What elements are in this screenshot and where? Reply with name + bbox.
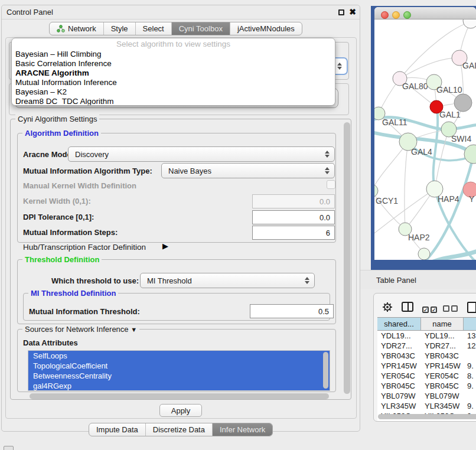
tab-style[interactable]: Style [104, 22, 136, 35]
bottom-tabbar: Impute Data Discretize Data Infer Networ… [89, 423, 273, 436]
attributes-vertical-scrollbar[interactable] [323, 352, 328, 389]
table-column-header[interactable]: A [464, 318, 476, 330]
table-cell[interactable]: YDR27... [421, 341, 464, 351]
zoom-window-icon[interactable] [403, 11, 411, 19]
table-cell[interactable]: YLR345W [377, 401, 421, 411]
apply-button[interactable]: Apply [159, 404, 202, 417]
dropdown-item[interactable]: Basic Correlation Inference [12, 59, 335, 69]
aracne-mode-combo[interactable]: Discovery [68, 146, 335, 162]
table-cell[interactable]: YER054C [421, 371, 464, 381]
table-cell[interactable]: YBL079W [421, 391, 464, 401]
table-cell[interactable]: 8. [464, 371, 476, 381]
network-node-label: GAL4 [411, 147, 432, 156]
dropdown-item[interactable]: Bayesian – Hill Climbing [12, 50, 335, 59]
table-row[interactable]: YDR27...YDR27...12 [377, 341, 476, 351]
network-node[interactable] [454, 94, 472, 112]
manual-kernel-checkbox[interactable] [327, 180, 335, 189]
dropdown-item[interactable]: Bayesian – K2 [12, 87, 335, 97]
network-node-label: GCY1 [376, 196, 398, 206]
table-cell[interactable]: YBR045C [377, 381, 421, 391]
combo-arrows-icon [305, 277, 309, 284]
table-cell[interactable]: YER054C [377, 371, 421, 381]
tab-cyni-toolbox[interactable]: Cyni Toolbox [172, 22, 230, 35]
table-row[interactable]: YER054CYER054C8. [377, 371, 476, 381]
tab-impute-data[interactable]: Impute Data [89, 423, 146, 436]
dropdown-item[interactable]: ARACNE Algorithm [12, 69, 335, 78]
table-row[interactable]: YBR045CYBR045C9. [377, 381, 476, 391]
table-panel-titlebar: Table Panel [360, 270, 476, 289]
mi-steps-input[interactable]: 6 [252, 226, 335, 240]
tab-infer-network[interactable]: Infer Network [213, 423, 272, 436]
collapse-arrow-icon[interactable]: ▼ [131, 326, 137, 333]
network-node[interactable] [418, 248, 430, 260]
dpi-tolerance-input[interactable]: 0.0 [252, 210, 335, 224]
table-cell[interactable]: YBR043C [377, 351, 421, 361]
aracne-mode-label: Aracne Mode: [23, 150, 74, 159]
table-cell[interactable] [464, 391, 476, 401]
tab-discretize-data[interactable]: Discretize Data [146, 423, 213, 436]
table-cell[interactable]: 9. [464, 381, 476, 391]
table-row[interactable]: YPR145WYPR145W9. [377, 361, 476, 371]
tab-network[interactable]: Network [50, 22, 104, 35]
table-column-header[interactable]: name [421, 318, 464, 330]
network-window-titlebar[interactable] [374, 7, 476, 19]
attribute-list-item[interactable]: TopologicalCoefficient [28, 361, 330, 371]
mi-type-value: Naive Bayes [168, 167, 211, 175]
attribute-list-item[interactable]: gal4RGexp [28, 381, 330, 391]
settings-horizontal-scrollbar[interactable] [30, 393, 329, 399]
table-cell[interactable]: YPR145W [421, 361, 464, 371]
network-edge[interactable] [431, 250, 476, 260]
sources-title-text: Sources for Network Inference [25, 325, 129, 334]
table-cell[interactable]: 9. [464, 361, 476, 371]
network-node[interactable] [374, 184, 378, 197]
table-cell[interactable]: 13 [464, 331, 476, 341]
kernel-width-input[interactable]: 0.0 [252, 194, 335, 208]
hub-definition-label: Hub/Transcription Factor Definition [23, 243, 146, 252]
attribute-list-item[interactable]: SelfLoops [28, 351, 330, 361]
table-cell[interactable]: 12 [464, 341, 476, 351]
network-desktop: GALGAL80GAL10GAL1GAL11SWI4GAL4GCY1HAP4YH… [371, 6, 476, 270]
mi-threshold-input[interactable]: 0.5 [250, 304, 334, 318]
table-row[interactable]: YBR043CYBR043C [377, 351, 476, 361]
table-cell[interactable]: YDL19... [421, 331, 464, 341]
select-all-columns-icon[interactable]: ✓✓ [422, 304, 437, 314]
dropdown-item[interactable]: Dream8 DC_TDC Algorithm [12, 97, 335, 106]
table-row[interactable]: YLR345WYLR345W9. [377, 401, 476, 411]
table-cell[interactable]: YBR043C [421, 351, 464, 361]
close-window-icon[interactable] [381, 11, 389, 19]
attribute-list-item[interactable]: BetweennessCentrality [28, 371, 330, 381]
deselect-all-columns-icon[interactable] [443, 304, 458, 314]
docked-panel-icon[interactable] [4, 446, 14, 450]
table-cell[interactable]: YBL079W [377, 391, 421, 401]
split-view-icon[interactable] [402, 302, 413, 312]
table-cell[interactable]: 9. [464, 401, 476, 411]
expand-arrow-icon[interactable]: ▶ [162, 242, 168, 250]
network-canvas[interactable]: GALGAL80GAL10GAL1GAL11SWI4GAL4GCY1HAP4YH… [374, 19, 476, 260]
close-panel-icon[interactable]: ✖ [349, 7, 356, 17]
page-icon[interactable] [467, 302, 476, 313]
minimize-window-icon[interactable] [392, 11, 400, 19]
table-cell[interactable] [464, 351, 476, 361]
table-horizontal-scrollbar[interactable] [378, 414, 476, 419]
tab-jactivemnodules[interactable]: jActiveMNodules [230, 22, 302, 35]
which-threshold-combo[interactable]: MI Threshold [140, 273, 315, 288]
network-view-window: GALGAL80GAL10GAL1GAL11SWI4GAL4GCY1HAP4YH… [374, 7, 476, 260]
table-cell[interactable]: YBR045C [421, 381, 464, 391]
network-node-label: GAL10 [436, 85, 462, 94]
table-cell[interactable]: YDL19... [377, 331, 421, 341]
table-cell[interactable]: YPR145W [377, 361, 421, 371]
network-edge[interactable] [405, 142, 408, 229]
mi-type-combo[interactable]: Naive Bayes [161, 163, 335, 178]
gear-icon[interactable] [382, 302, 393, 312]
tab-select[interactable]: Select [136, 22, 172, 35]
table-cell[interactable]: YLR345W [421, 401, 464, 411]
table-row[interactable]: YDL19...YDL19...13 [377, 331, 476, 341]
settings-vertical-scrollbar[interactable] [344, 122, 350, 394]
table-row[interactable]: YBL079WYBL079W [377, 391, 476, 401]
network-node[interactable] [463, 19, 476, 28]
float-window-icon[interactable] [338, 9, 344, 15]
table-column-header[interactable]: shared... [377, 318, 421, 330]
table-cell[interactable]: YDR27... [377, 341, 421, 351]
dropdown-item[interactable]: Mutual Information Inference [12, 78, 335, 87]
combo-arrows-icon [325, 167, 330, 174]
